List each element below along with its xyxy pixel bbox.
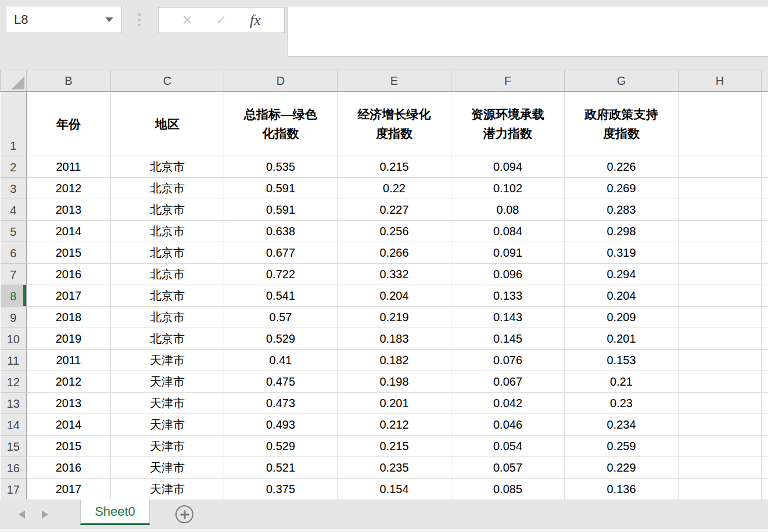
cell-year[interactable]: 2016 xyxy=(27,264,111,285)
cell-empty[interactable] xyxy=(679,199,762,221)
cell-policy-index[interactable]: 0.136 xyxy=(565,479,679,500)
cell-policy-index[interactable]: 0.283 xyxy=(565,199,679,221)
cell-policy-index[interactable]: 0.226 xyxy=(565,156,679,178)
cell-overall-index[interactable]: 0.638 xyxy=(224,221,338,242)
cell-resource-index[interactable]: 0.076 xyxy=(451,350,565,371)
cell-economic-index[interactable]: 0.154 xyxy=(338,479,451,500)
cell-region[interactable]: 北京市 xyxy=(111,221,224,242)
cell-empty[interactable] xyxy=(679,221,762,242)
cell-policy-index-header[interactable]: 政府政策支持 度指数 xyxy=(565,92,679,156)
cell-empty[interactable] xyxy=(679,264,762,285)
cell-policy-index[interactable]: 0.259 xyxy=(565,436,679,457)
cell-economic-index-header[interactable]: 经济增长绿化 度指数 xyxy=(338,92,451,156)
column-header-g[interactable]: G xyxy=(565,70,679,92)
column-header-b[interactable]: B xyxy=(27,70,111,92)
sheet-nav-right-icon[interactable] xyxy=(42,511,48,519)
cell-economic-index[interactable]: 0.198 xyxy=(338,371,451,393)
cell-resource-index[interactable]: 0.067 xyxy=(451,371,565,393)
cell-policy-index[interactable]: 0.209 xyxy=(565,307,679,328)
column-header-e[interactable]: E xyxy=(338,70,451,92)
cell-year[interactable]: 2017 xyxy=(27,285,111,307)
column-header-c[interactable]: C xyxy=(111,70,224,92)
cell-policy-index[interactable]: 0.234 xyxy=(565,414,679,436)
cell-empty[interactable] xyxy=(679,285,762,307)
cell-overall-index-header[interactable]: 总指标—绿色 化指数 xyxy=(224,92,338,156)
cell-overall-index[interactable]: 0.475 xyxy=(224,371,338,393)
cell-empty[interactable] xyxy=(679,479,762,500)
cell-overall-index[interactable]: 0.677 xyxy=(224,242,338,264)
cell-region[interactable]: 天津市 xyxy=(111,393,224,414)
cell-policy-index[interactable]: 0.229 xyxy=(565,457,679,479)
cell-resource-index[interactable]: 0.046 xyxy=(451,414,565,436)
row-header[interactable]: 3 xyxy=(1,178,27,199)
cell-economic-index[interactable]: 0.201 xyxy=(338,393,451,414)
cell-overall-index[interactable]: 0.493 xyxy=(224,414,338,436)
cell-empty[interactable] xyxy=(679,156,762,178)
cell-year-header[interactable]: 年份 xyxy=(27,92,111,156)
cell-overall-index[interactable]: 0.41 xyxy=(224,350,338,371)
cell-year[interactable]: 2016 xyxy=(27,457,111,479)
cell-economic-index[interactable]: 0.215 xyxy=(338,436,451,457)
cell-empty[interactable] xyxy=(679,178,762,199)
row-header[interactable]: 6 xyxy=(1,242,27,264)
cell-overall-index[interactable]: 0.591 xyxy=(224,199,338,221)
cell-year[interactable]: 2015 xyxy=(27,242,111,264)
cell-overall-index[interactable]: 0.722 xyxy=(224,264,338,285)
cell-economic-index[interactable]: 0.332 xyxy=(338,264,451,285)
row-header-1[interactable]: 1 xyxy=(1,92,27,156)
cell-overall-index[interactable]: 0.591 xyxy=(224,178,338,199)
sheet-tab-sheet0[interactable]: Sheet0 xyxy=(80,499,150,525)
cell-economic-index[interactable]: 0.256 xyxy=(338,221,451,242)
row-header[interactable]: 13 xyxy=(1,393,27,414)
cell-year[interactable]: 2017 xyxy=(27,479,111,500)
cell-year[interactable]: 2012 xyxy=(27,371,111,393)
cell-overall-index[interactable]: 0.375 xyxy=(224,479,338,500)
add-sheet-button[interactable] xyxy=(175,505,193,523)
row-header[interactable]: 7 xyxy=(1,264,27,285)
column-header-d[interactable]: D xyxy=(224,70,338,92)
cell-region[interactable]: 北京市 xyxy=(111,156,224,178)
row-header[interactable]: 10 xyxy=(1,328,27,350)
row-header[interactable]: 2 xyxy=(1,156,27,178)
cell-empty[interactable] xyxy=(679,393,762,414)
cell-year[interactable]: 2014 xyxy=(27,221,111,242)
cell-economic-index[interactable]: 0.204 xyxy=(338,285,451,307)
cell-region[interactable]: 北京市 xyxy=(111,307,224,328)
sheet-nav-left-icon[interactable] xyxy=(19,511,25,519)
cell-policy-index[interactable]: 0.298 xyxy=(565,221,679,242)
enter-check-icon[interactable]: ✓ xyxy=(216,14,227,27)
row-header[interactable]: 4 xyxy=(1,199,27,221)
cell-region[interactable]: 天津市 xyxy=(111,371,224,393)
cell-overall-index[interactable]: 0.57 xyxy=(224,307,338,328)
cell-region[interactable]: 天津市 xyxy=(111,414,224,436)
cell-policy-index[interactable]: 0.294 xyxy=(565,264,679,285)
cell-policy-index[interactable]: 0.153 xyxy=(565,350,679,371)
cell-overall-index[interactable]: 0.473 xyxy=(224,393,338,414)
cell-region[interactable]: 北京市 xyxy=(111,242,224,264)
cell-policy-index[interactable]: 0.21 xyxy=(565,371,679,393)
row-header[interactable]: 17 xyxy=(1,479,27,500)
select-all-corner[interactable] xyxy=(1,70,27,92)
cell-year[interactable]: 2015 xyxy=(27,436,111,457)
row-header[interactable]: 14 xyxy=(1,414,27,436)
cell-year[interactable]: 2019 xyxy=(27,328,111,350)
cell-year[interactable]: 2011 xyxy=(27,156,111,178)
cell-resource-index[interactable]: 0.143 xyxy=(451,307,565,328)
cell-economic-index[interactable]: 0.227 xyxy=(338,199,451,221)
cell-overall-index[interactable]: 0.535 xyxy=(224,156,338,178)
cell-overall-index[interactable]: 0.529 xyxy=(224,328,338,350)
cell-economic-index[interactable]: 0.22 xyxy=(338,178,451,199)
cell-year[interactable]: 2011 xyxy=(27,350,111,371)
cell-economic-index[interactable]: 0.235 xyxy=(338,457,451,479)
chevron-down-icon[interactable] xyxy=(105,17,113,22)
cell-policy-index[interactable]: 0.23 xyxy=(565,393,679,414)
cell-empty[interactable] xyxy=(679,350,762,371)
cell-empty[interactable] xyxy=(679,307,762,328)
cell-resource-index-header[interactable]: 资源环境承载 潜力指数 xyxy=(451,92,565,156)
cell-resource-index[interactable]: 0.085 xyxy=(451,479,565,500)
name-box[interactable]: L8 xyxy=(6,6,122,33)
cell-empty[interactable] xyxy=(679,414,762,436)
cell-resource-index[interactable]: 0.145 xyxy=(451,328,565,350)
cell-resource-index[interactable]: 0.042 xyxy=(451,393,565,414)
cell-overall-index[interactable]: 0.521 xyxy=(224,457,338,479)
